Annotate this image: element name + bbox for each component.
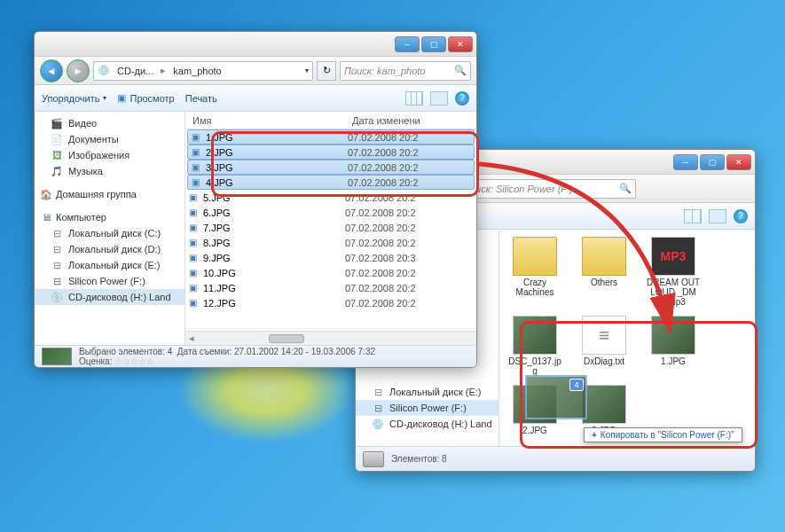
image-file-icon: ▣	[192, 162, 206, 172]
explorer-window-source: ─ ▢ ✕ ◄ ► 💿 CD-ди... ▸ kam_photo ▾ ↻ Пои…	[34, 31, 477, 368]
sidebar-drive-item[interactable]: ⊟Локальный диск (E:)	[356, 384, 498, 400]
sidebar-item-label: Музыка	[68, 166, 103, 176]
sidebar-item-label: Локальный диск (E:)	[68, 260, 161, 270]
print-button[interactable]: Печать	[185, 93, 217, 104]
file-label: Crazy Machines	[506, 278, 563, 297]
file-name: 10.JPG	[203, 268, 345, 278]
image-file-icon: ▣	[189, 298, 203, 308]
drive-icon: ⊟	[51, 259, 63, 271]
navbar: ◄ ► 💿 CD-ди... ▸ kam_photo ▾ ↻ Поиск: ka…	[35, 57, 476, 85]
sidebar-item[interactable]: 📄Документы	[35, 131, 184, 147]
file-row[interactable]: ▣2.JPG07.02.2008 20:2	[187, 145, 475, 160]
forward-button[interactable]: ►	[67, 59, 90, 82]
maximize-button[interactable]: ▢	[700, 154, 725, 170]
file-row[interactable]: ▣8.JPG07.02.2008 20:2	[185, 235, 476, 250]
rating-stars[interactable]: ☆☆☆☆☆	[114, 356, 154, 366]
sidebar-drive-item[interactable]: ⊟Локальный диск (D:)	[35, 241, 184, 257]
photo-thumbnail	[651, 316, 695, 355]
sidebar-item[interactable]: 🎬Видео	[35, 115, 184, 131]
sidebar-group-homegroup[interactable]: 🏠Домашняя группа	[35, 186, 184, 202]
search-placeholder: Поиск: Silicon Power (F:)	[463, 184, 573, 194]
breadcrumb-segment[interactable]: CD-ди...	[114, 66, 157, 76]
file-row[interactable]: ▣3.JPG07.02.2008 20:2	[187, 160, 475, 175]
titlebar[interactable]: ─ ▢ ✕	[35, 32, 476, 57]
search-input[interactable]: Поиск: kam_photo 🔍	[340, 61, 471, 81]
sidebar-item-label: CD-дисковод (H:) Land	[68, 292, 171, 302]
file-date: 07.02.2008 20:2	[345, 223, 476, 233]
status-date-value: 27.01.2002 14:20 - 19.03.2006 7:32	[234, 347, 375, 356]
close-button[interactable]: ✕	[448, 36, 473, 52]
sidebar-drive-item[interactable]: ⊟Локальный диск (E:)	[35, 257, 184, 273]
file-icon-item[interactable]: 1.JPG	[645, 316, 702, 376]
file-date: 07.02.2008 20:2	[345, 207, 476, 218]
file-icon-item[interactable]: Crazy Machines	[506, 237, 563, 307]
file-row[interactable]: ▣9.JPG07.02.2008 20:3	[185, 250, 476, 265]
file-date: 07.02.2008 20:2	[348, 177, 474, 188]
computer-icon: 🖥	[40, 211, 52, 223]
file-list: Имя Дата изменени ▣1.JPG07.02.2008 20:2▣…	[185, 112, 476, 345]
file-date: 07.02.2008 20:2	[345, 268, 476, 278]
maximize-button[interactable]: ▢	[421, 36, 446, 52]
organize-button[interactable]: Упорядочить▾	[42, 93, 106, 104]
sidebar-drive-item[interactable]: 💿CD-дисковод (H:) Land	[35, 289, 184, 305]
preview-button[interactable]: ▣Просмотр	[117, 92, 174, 104]
file-date: 07.02.2008 20:2	[345, 298, 476, 309]
horizontal-scrollbar[interactable]: ◂	[185, 331, 476, 345]
column-date[interactable]: Дата изменени	[345, 115, 476, 126]
refresh-button[interactable]: ↻	[317, 61, 336, 81]
scrollbar-thumb[interactable]	[269, 334, 304, 343]
file-header[interactable]: Имя Дата изменени	[185, 112, 476, 129]
back-button[interactable]: ◄	[40, 59, 63, 82]
file-row[interactable]: ▣1.JPG07.02.2008 20:2	[187, 129, 475, 145]
file-row[interactable]: ▣10.JPG07.02.2008 20:2	[185, 265, 476, 280]
file-icon-item[interactable]: MP3DREAM OUT LOUD _DM 4.mp3	[645, 237, 702, 307]
image-file-icon: ▣	[192, 177, 206, 187]
chevron-down-icon[interactable]: ▾	[305, 66, 309, 74]
preview-pane-button[interactable]	[430, 91, 448, 106]
preview-pane-button[interactable]	[709, 209, 726, 223]
minimize-button[interactable]: ─	[673, 154, 698, 170]
file-row[interactable]: ▣5.JPG07.02.2008 20:2	[185, 190, 476, 205]
breadcrumb-segment[interactable]: kam_photo	[169, 66, 224, 76]
drive-icon: ⊟	[51, 243, 63, 255]
help-icon[interactable]: ?	[734, 209, 748, 223]
file-date: 07.02.2008 20:2	[345, 238, 476, 248]
image-file-icon: ▣	[189, 238, 203, 247]
disk-icon	[363, 451, 384, 467]
sidebar-drive-item[interactable]: ⊟Silicon Power (F:)	[356, 400, 498, 416]
close-button[interactable]: ✕	[726, 154, 751, 170]
search-placeholder: Поиск: kam_photo	[344, 66, 425, 76]
search-input[interactable]: Поиск: Silicon Power (F:) 🔍	[459, 179, 636, 199]
folder-icon	[513, 237, 557, 276]
column-name[interactable]: Имя	[185, 115, 345, 126]
file-row[interactable]: ▣11.JPG07.02.2008 20:2	[185, 280, 476, 295]
file-name: 6.JPG	[203, 207, 345, 218]
address-bar[interactable]: 💿 CD-ди... ▸ kam_photo ▾	[93, 61, 313, 81]
sidebar-item-label: Видео	[68, 118, 97, 129]
file-icon-item[interactable]: Others	[576, 237, 632, 307]
file-name: 4.JPG	[206, 177, 348, 188]
sidebar-drive-item[interactable]: ⊟Silicon Power (F:)	[35, 273, 184, 289]
sidebar-item-label: Локальный диск (D:)	[68, 244, 161, 254]
minimize-button[interactable]: ─	[395, 36, 420, 52]
sidebar-item[interactable]: 🎵Музыка	[35, 163, 184, 179]
sidebar-item[interactable]: 🖼Изображения	[35, 147, 184, 163]
file-name: 8.JPG	[203, 238, 345, 248]
photo-thumbnail	[513, 316, 557, 355]
file-row[interactable]: ▣4.JPG07.02.2008 20:2	[187, 175, 475, 190]
sidebar-group-computer[interactable]: 🖥Компьютер	[35, 209, 184, 225]
usb-icon: ⊟	[51, 275, 63, 287]
sidebar-drive-item[interactable]: 💿CD-дисковод (H:) Land	[356, 416, 498, 432]
file-date: 07.02.2008 20:2	[348, 147, 474, 158]
help-icon[interactable]: ?	[455, 91, 469, 106]
view-mode-button[interactable]	[684, 209, 702, 223]
file-row[interactable]: ▣6.JPG07.02.2008 20:2	[185, 205, 476, 220]
sidebar-drive-item[interactable]: ⊟Локальный диск (C:)	[35, 225, 184, 241]
copy-tooltip-text: Копировать в "Silicon Power (F:)"	[601, 430, 734, 440]
file-icon-item[interactable]: ≡DxDiag.txt	[576, 316, 632, 376]
view-mode-button[interactable]	[405, 91, 423, 106]
file-row[interactable]: ▣12.JPG07.02.2008 20:2	[185, 295, 476, 310]
file-icon-item[interactable]: DSC_0137.jpg	[506, 316, 563, 376]
file-row[interactable]: ▣7.JPG07.02.2008 20:2	[185, 220, 476, 235]
image-file-icon: ▣	[192, 147, 206, 157]
